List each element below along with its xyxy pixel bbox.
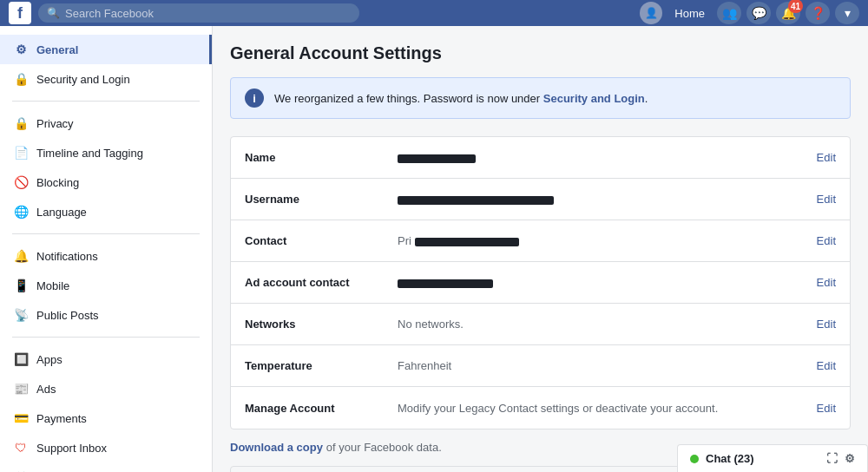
dropdown-icon[interactable]: ▾ xyxy=(835,2,859,24)
sidebar-item-privacy[interactable]: 🔒 Privacy xyxy=(0,108,212,138)
main-content: General Account Settings i We reorganize… xyxy=(213,26,868,472)
sidebar-label-blocking: Blocking xyxy=(36,176,79,189)
settings-row-manage-account: Manage Account Modify your Legacy Contac… xyxy=(231,387,850,429)
settings-row-username: Username Edit xyxy=(231,179,850,220)
sidebar-divider-3 xyxy=(12,337,200,338)
timeline-icon: 📄 xyxy=(12,144,30,161)
layout: ⚙ General 🔒 Security and Login 🔒 Privacy… xyxy=(0,26,868,472)
sidebar-label-support-inbox: Support Inbox xyxy=(36,442,107,455)
sidebar-label-mobile: Mobile xyxy=(36,279,69,292)
sidebar-label-timeline: Timeline and Tagging xyxy=(36,147,143,160)
notifications-badge: 41 xyxy=(788,0,803,13)
sidebar-item-notifications[interactable]: 🔔 Notifications xyxy=(0,241,212,271)
networks-label: Networks xyxy=(245,318,384,331)
header-nav: 👤 Home 👥 💬 🔔 41 ❓ ▾ xyxy=(640,2,859,24)
ad-account-edit-link[interactable]: Edit xyxy=(817,276,836,289)
manage-account-label: Manage Account xyxy=(245,402,384,415)
chat-bar[interactable]: Chat (23) ⛶ ⚙ xyxy=(677,444,868,472)
notifications-icon[interactable]: 🔔 41 xyxy=(776,2,800,24)
sidebar-label-apps: Apps xyxy=(36,353,62,366)
settings-row-contact: Contact Pri Edit xyxy=(231,220,850,262)
info-banner: i We reorganized a few things. Password … xyxy=(230,77,851,119)
sidebar-label-public-posts: Public Posts xyxy=(36,309,99,322)
contact-redacted xyxy=(415,238,519,246)
contact-label: Contact xyxy=(245,234,384,247)
temperature-label: Temperature xyxy=(245,359,384,372)
blocking-icon: 🚫 xyxy=(12,174,30,191)
ad-account-value xyxy=(398,276,803,289)
chat-label: Chat (23) xyxy=(706,452,754,465)
settings-card: Name Edit Username Edit Contact Pri xyxy=(230,136,851,429)
sidebar-item-blocking[interactable]: 🚫 Blocking xyxy=(0,167,212,197)
videos-icon: 📺 xyxy=(12,469,30,472)
sidebar-section-1: ⚙ General 🔒 Security and Login xyxy=(0,35,212,94)
sidebar: ⚙ General 🔒 Security and Login 🔒 Privacy… xyxy=(0,26,213,472)
language-icon: 🌐 xyxy=(12,203,30,220)
username-edit-link[interactable]: Edit xyxy=(817,193,836,206)
contact-value: Pri xyxy=(398,234,803,247)
username-label: Username xyxy=(245,193,384,206)
sidebar-label-privacy: Privacy xyxy=(36,117,74,130)
sidebar-label-payments: Payments xyxy=(36,412,87,425)
sidebar-item-payments[interactable]: 💳 Payments xyxy=(0,403,212,433)
apps-icon: 🔲 xyxy=(12,351,30,368)
temperature-value: Fahrenheit xyxy=(398,359,803,372)
sidebar-item-videos[interactable]: 📺 Videos xyxy=(0,462,212,472)
name-label: Name xyxy=(245,151,384,164)
friend-requests-icon[interactable]: 👥 xyxy=(717,2,741,24)
sidebar-item-apps[interactable]: 🔲 Apps xyxy=(0,344,212,374)
networks-value: No networks. xyxy=(398,318,803,331)
sidebar-item-mobile[interactable]: 📱 Mobile xyxy=(0,271,212,300)
gear-icon: ⚙ xyxy=(12,41,30,58)
messages-icon[interactable]: 💬 xyxy=(746,2,771,24)
sidebar-section-3: 🔔 Notifications 📱 Mobile 📡 Public Posts xyxy=(0,241,212,330)
search-input[interactable] xyxy=(65,7,351,20)
chat-expand-icon[interactable]: ⛶ xyxy=(826,452,838,465)
info-banner-text: We reorganized a few things. Password is… xyxy=(274,92,648,105)
temperature-edit-link[interactable]: Edit xyxy=(817,359,836,372)
manage-account-value: Modify your Legacy Contact settings or d… xyxy=(398,402,803,415)
sidebar-label-ads: Ads xyxy=(36,383,56,396)
sidebar-label-language: Language xyxy=(36,206,87,219)
header: f 🔍 👤 Home 👥 💬 🔔 41 ❓ ▾ xyxy=(0,0,868,26)
privacy-icon: 🔒 xyxy=(12,115,30,132)
name-value xyxy=(398,151,803,164)
sidebar-label-security-login: Security and Login xyxy=(36,73,130,86)
settings-row-name: Name Edit xyxy=(231,137,850,179)
chat-settings-icon[interactable]: ⚙ xyxy=(845,452,855,465)
security-login-link[interactable]: Security and Login xyxy=(543,92,645,105)
page-title: General Account Settings xyxy=(230,43,851,63)
sidebar-item-support-inbox[interactable]: 🛡 Support Inbox xyxy=(0,433,212,462)
help-icon[interactable]: ❓ xyxy=(806,2,830,24)
sidebar-item-public-posts[interactable]: 📡 Public Posts xyxy=(0,300,212,330)
ad-account-label: Ad account contact xyxy=(245,276,384,289)
avatar[interactable]: 👤 xyxy=(640,2,662,24)
manage-account-edit-link[interactable]: Edit xyxy=(817,402,836,415)
sidebar-divider-1 xyxy=(12,101,200,102)
search-bar[interactable]: 🔍 xyxy=(38,3,359,23)
sidebar-item-general[interactable]: ⚙ General xyxy=(0,35,212,64)
sidebar-item-timeline-tagging[interactable]: 📄 Timeline and Tagging xyxy=(0,138,212,167)
facebook-logo: f xyxy=(9,2,31,24)
contact-edit-link[interactable]: Edit xyxy=(817,234,836,247)
sidebar-label-general: General xyxy=(36,43,78,56)
sidebar-item-security-login[interactable]: 🔒 Security and Login xyxy=(0,64,212,94)
notifications-nav-icon: 🔔 xyxy=(12,247,30,265)
info-icon: i xyxy=(245,88,264,108)
mobile-icon: 📱 xyxy=(12,277,30,294)
settings-row-temperature: Temperature Fahrenheit Edit xyxy=(231,345,850,387)
settings-row-networks: Networks No networks. Edit xyxy=(231,304,850,345)
ads-icon: 📰 xyxy=(12,380,30,397)
lock-icon: 🔒 xyxy=(12,70,30,88)
sidebar-divider-2 xyxy=(12,233,200,234)
sidebar-item-language[interactable]: 🌐 Language xyxy=(0,197,212,226)
support-icon: 🛡 xyxy=(12,439,30,456)
sidebar-item-ads[interactable]: 📰 Ads xyxy=(0,374,212,403)
name-edit-link[interactable]: Edit xyxy=(817,151,836,164)
networks-edit-link[interactable]: Edit xyxy=(817,318,836,331)
username-redacted xyxy=(398,196,554,205)
download-link[interactable]: Download a copy xyxy=(230,441,323,454)
name-redacted xyxy=(398,154,476,163)
search-icon: 🔍 xyxy=(47,7,60,19)
home-link[interactable]: Home xyxy=(667,7,712,20)
